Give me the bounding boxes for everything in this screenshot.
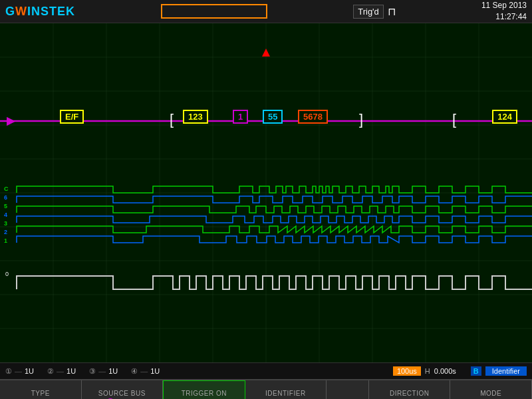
trig-label: Trig'd xyxy=(353,5,384,19)
type-label: Type xyxy=(31,390,50,397)
frame-bracket-left: [ xyxy=(170,111,174,128)
measure-ch3: ③ — 1U xyxy=(89,367,118,376)
datetime-display: 11 Sep 201311:27:44 xyxy=(481,0,527,23)
trigger-waveform-icon: ⊓ xyxy=(388,5,396,18)
source-bus-label: Source Bus xyxy=(98,390,146,397)
svg-text:1: 1 xyxy=(4,237,7,244)
measure-ch1: ① — 1U xyxy=(5,367,34,376)
frame-bracket-left2: [ xyxy=(452,111,456,128)
trigger-reference-box xyxy=(161,4,267,19)
source-bus-value-row: B CAN xyxy=(106,397,138,400)
type-button[interactable]: Type Bus xyxy=(0,380,82,399)
svg-text:5: 5 xyxy=(4,203,7,209)
header-center xyxy=(161,4,267,19)
waveform-display: ▶ 0 C 6 5 4 3 2 1 xyxy=(0,23,532,362)
decode-frame-1: 1 xyxy=(233,110,248,124)
direction-write-button[interactable]: Direction Write xyxy=(369,380,451,399)
time-scale-display: 100us H 0.000s B Identifier xyxy=(393,366,527,376)
svg-text:6: 6 xyxy=(4,194,7,201)
mode-label: Mode xyxy=(480,390,501,397)
svg-text:C: C xyxy=(4,186,9,192)
decode-frame-55: 55 xyxy=(263,110,283,124)
svg-text:▶: ▶ xyxy=(7,115,16,126)
header-bar: GWINSTEK Trig'd ⊓ 11 Sep 201311:27:44 xyxy=(0,0,532,23)
horizon-icon: H xyxy=(425,367,430,375)
decode-frame-124: 124 xyxy=(492,110,517,124)
oscilloscope-screen: ▶ 0 C 6 5 4 3 2 1 E/F 123 1 55 5678 124 … xyxy=(0,23,532,362)
identifier-button[interactable]: Identifier xyxy=(245,380,327,399)
source-bus-button[interactable]: Source Bus B CAN xyxy=(82,380,164,399)
svg-text:3: 3 xyxy=(4,220,7,227)
decode-frame-ef: E/F xyxy=(60,110,84,124)
direction-label: Direction xyxy=(390,390,430,397)
decode-frame-5678: 5678 xyxy=(298,110,328,124)
decode-identifier-tag: Identifier xyxy=(485,366,527,376)
svg-marker-18 xyxy=(262,49,270,57)
position-value: 0.000s xyxy=(434,367,456,375)
trigger-status: Trig'd ⊓ xyxy=(353,5,396,19)
bus-b-indicator: B xyxy=(471,366,481,376)
measurement-bar: ① — 1U ② — 1U ③ — 1U ④ — 1U 100us H 0.00… xyxy=(0,362,532,379)
direction-button[interactable] xyxy=(327,380,369,399)
trigger-on-label: Trigger On xyxy=(182,390,227,397)
measure-ch2: ② — 1U xyxy=(47,367,76,376)
svg-text:4: 4 xyxy=(4,211,7,218)
measure-ch4: ④ — 1U xyxy=(131,367,160,376)
frame-bracket-right: ] xyxy=(359,111,363,128)
logo: GWINSTEK xyxy=(5,5,75,19)
identifier-label: Identifier xyxy=(265,390,306,397)
decode-frame-123: 123 xyxy=(183,110,208,124)
mode-button[interactable]: Mode Auto xyxy=(450,380,532,399)
svg-text:2: 2 xyxy=(4,229,7,235)
control-buttons: Type Bus Source Bus B CAN Trigger On Ide… xyxy=(0,379,532,399)
trigger-on-button[interactable]: Trigger On Identifier xyxy=(163,380,245,399)
time-per-div: 100us xyxy=(393,366,421,376)
svg-text:0: 0 xyxy=(5,271,9,277)
